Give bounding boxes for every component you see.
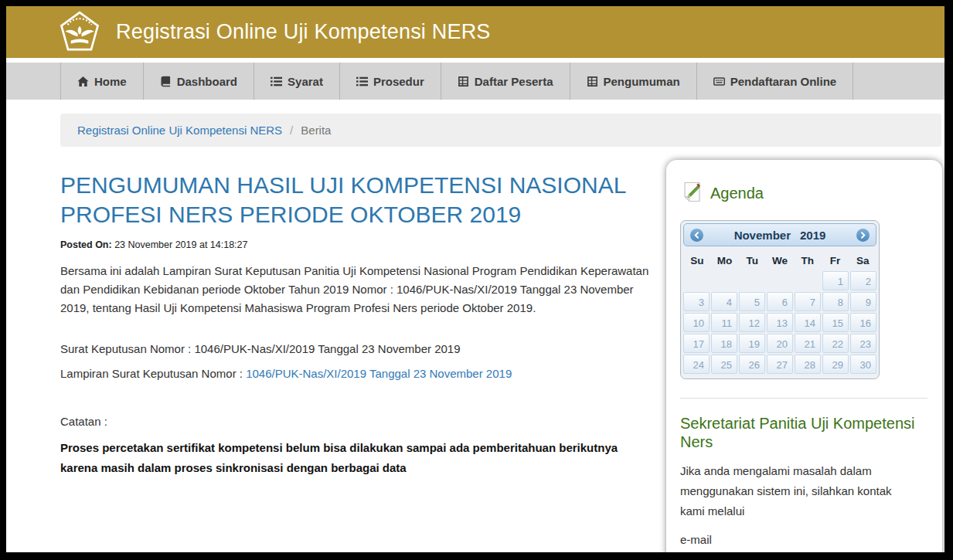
calendar-day-cell[interactable]: 15 [822, 313, 849, 332]
calendar-day-cell[interactable]: 22 [822, 334, 849, 353]
email-value: pnukners@gmail.com [680, 557, 930, 560]
nav-item-prosedur[interactable]: Prosedur [340, 63, 441, 100]
calendar-prev-button[interactable] [690, 229, 703, 242]
lampiran-link[interactable]: 1046/PUK-Nas/XI/2019 Tanggal 23 November… [246, 367, 512, 380]
nav-item-label: Dashboard [177, 75, 237, 88]
calendar-year: 2019 [800, 229, 825, 242]
calendar-day-cell[interactable]: 14 [795, 313, 821, 332]
home-icon [77, 76, 89, 87]
calendar-empty-cell [767, 271, 793, 290]
calendar-day-cell[interactable]: 7 [795, 292, 821, 311]
calendar-day-cell[interactable]: 2 [850, 271, 876, 290]
calendar-next-button[interactable] [856, 229, 870, 242]
calendar-month-year: November2019 [734, 229, 826, 242]
weekday-label: Su [683, 252, 711, 271]
masthead: Registrasi Online Uji Kompetensi NERS [6, 6, 944, 58]
sidebar-divider [680, 398, 927, 399]
article-body: Bersama ini adalah Lampiran Surat Keputu… [60, 262, 652, 317]
page-frame: Registrasi Online Uji Kompetensi NERS Ho… [0, 0, 953, 560]
weekday-label: Th [794, 252, 822, 271]
calendar-day-cell[interactable]: 28 [795, 355, 821, 374]
pencil-note-icon [682, 182, 703, 205]
calendar-empty-cell [739, 271, 765, 290]
nav-item-home[interactable]: Home [60, 63, 144, 100]
posted-on: Posted On: 23 November 2019 at 14:18:27 [60, 239, 652, 250]
breadcrumb-current: Berita [301, 124, 331, 137]
calendar-day-cell[interactable]: 9 [850, 292, 876, 311]
calendar-month: November [734, 229, 791, 242]
calendar-day-cell[interactable]: 30 [850, 355, 876, 374]
article: PENGUMUMAN HASIL UJI KOMPETENSI NASIONAL… [60, 171, 652, 478]
weekday-label: Sa [849, 252, 876, 271]
article-note: Proses percetakan sertifikat kompetensi … [60, 438, 632, 478]
page-title: Registrasi Online Uji Kompetensi NERS [116, 20, 491, 44]
weekday-label: Tu [738, 252, 766, 271]
table-icon [587, 76, 598, 87]
lampiran-line: Lampiran Surat Keputusan Nomor : 1046/PU… [60, 367, 652, 380]
calendar-day-cell[interactable]: 5 [739, 292, 765, 311]
calendar-day-cell[interactable]: 16 [850, 313, 876, 332]
main-nav: Home Dashboard Syarat Prosedur Daftar Pe… [6, 63, 944, 100]
sidebar-card: Agenda November2019 Su Mo Tu We Th [666, 160, 942, 560]
nav-item-label: Prosedur [373, 75, 424, 88]
calendar-day-cell[interactable]: 26 [739, 355, 765, 374]
contact-text: Jika anda mengalami masalah dalam menggu… [680, 461, 906, 521]
chevron-left-icon [693, 232, 700, 239]
calendar-day-cell[interactable]: 18 [711, 334, 737, 353]
breadcrumb-separator: / [290, 124, 293, 137]
calendar-day-cell[interactable]: 20 [767, 334, 793, 353]
calendar-day-cell[interactable]: 8 [822, 292, 849, 311]
calendar-empty-cell [795, 271, 821, 290]
breadcrumb: Registrasi Online Uji Kompetensi NERS / … [60, 114, 941, 147]
calendar-day-cell[interactable]: 12 [739, 313, 765, 332]
calendar-header: November2019 [683, 223, 876, 246]
breadcrumb-home-link[interactable]: Registrasi Online Uji Kompetensi NERS [77, 124, 282, 137]
calendar-day-cell[interactable]: 23 [850, 334, 876, 353]
email-label: e-mail [680, 533, 930, 546]
chevron-right-icon [859, 232, 866, 239]
agenda-header: Agenda [682, 182, 930, 205]
weekday-label: Fr [822, 252, 849, 271]
weekday-label: Mo [711, 252, 739, 271]
posted-on-value: 23 November 2019 at 14:18:27 [112, 239, 248, 250]
calendar-day-cell[interactable]: 3 [683, 292, 710, 311]
sk-number-line: Surat Keputusan Nomor : 1046/PUK-Nas/XI/… [60, 342, 652, 355]
calendar-day-cell[interactable]: 6 [767, 292, 793, 311]
calendar-empty-cell [711, 271, 737, 290]
nav-item-label: Daftar Peserta [475, 75, 553, 88]
nav-item-pendaftaran-online[interactable]: Pendaftaran Online [697, 63, 854, 100]
calendar-weekday-row: Su Mo Tu We Th Fr Sa [683, 252, 876, 271]
calendar-day-cell[interactable]: 27 [767, 355, 793, 374]
nav-item-label: Syarat [288, 75, 323, 88]
calendar-day-cell[interactable]: 21 [795, 334, 821, 353]
calendar-day-cell[interactable]: 19 [739, 334, 765, 353]
article-title: PENGUMUMAN HASIL UJI KOMPETENSI NASIONAL… [60, 171, 652, 229]
nav-item-pengumuman[interactable]: Pengumuman [570, 63, 697, 100]
nav-item-daftar-peserta[interactable]: Daftar Peserta [441, 63, 570, 100]
calendar-day-cell[interactable]: 11 [711, 313, 737, 332]
nav-item-label: Home [94, 75, 127, 88]
posted-on-label: Posted On: [60, 239, 112, 250]
calendar-day-cell[interactable]: 29 [822, 355, 849, 374]
nav-item-syarat[interactable]: Syarat [254, 63, 340, 100]
calendar-day-cell[interactable]: 10 [683, 313, 710, 332]
calendar-day-cell[interactable]: 1 [822, 271, 849, 290]
calendar-day-cell[interactable]: 4 [711, 292, 737, 311]
nav-item-dashboard[interactable]: Dashboard [144, 63, 254, 100]
list-icon [356, 76, 368, 87]
nav-item-label: Pengumuman [604, 75, 680, 88]
sekretariat-title: Sekretariat Panitia Uji Kompetensi Ners [680, 414, 924, 451]
keyboard-icon [713, 76, 725, 87]
weekday-label: We [766, 252, 794, 271]
lampiran-label: Lampiran Surat Keputusan Nomor : [60, 367, 246, 380]
agenda-title: Agenda [710, 185, 764, 202]
tut-wuri-handayani-logo-icon [57, 9, 102, 56]
calendar-day-cell[interactable]: 13 [767, 313, 793, 332]
calendar-day-cell[interactable]: 24 [683, 355, 710, 374]
catatan-label: Catatan : [60, 415, 652, 428]
calendar-grid: 1234567891011121314151617181920212223242… [683, 271, 876, 374]
book-icon [160, 76, 172, 87]
calendar-day-cell[interactable]: 25 [711, 355, 737, 374]
calendar-empty-cell [683, 271, 710, 290]
calendar-day-cell[interactable]: 17 [683, 334, 710, 353]
